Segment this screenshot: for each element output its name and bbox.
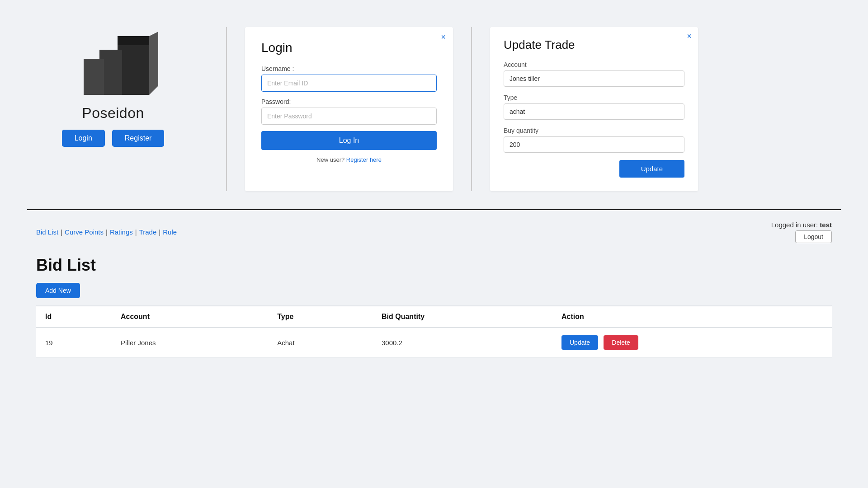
col-id: Id [36, 306, 112, 328]
nav-bar: Bid List | Curve Points | Ratings | Trad… [36, 221, 832, 243]
logo-icon [59, 27, 167, 99]
logo-area: Poseidon Login Register [36, 27, 208, 191]
col-account: Account [112, 306, 268, 328]
svg-rect-2 [84, 59, 104, 95]
vertical-divider-2 [471, 27, 472, 191]
logged-in-prefix: Logged in user: [771, 221, 820, 229]
table-header-row: Id Account Type Bid Quantity Action [36, 306, 832, 328]
logged-in-user: test [820, 221, 832, 229]
update-trade-close-button[interactable]: × [687, 32, 692, 41]
nav-trade[interactable]: Trade [139, 228, 157, 236]
logged-in-info: Logged in user: test [771, 221, 832, 229]
logo-register-button[interactable]: Register [112, 130, 165, 147]
account-input[interactable] [504, 70, 684, 87]
buy-quantity-input[interactable] [504, 136, 684, 153]
login-form: × Login Username : Password: Log In New … [245, 27, 453, 191]
row-delete-button[interactable]: Delete [604, 335, 638, 350]
app-name: Poseidon [82, 105, 144, 122]
nav-links: Bid List | Curve Points | Ratings | Trad… [36, 228, 177, 236]
new-user-label: New user? [316, 156, 344, 163]
type-input[interactable] [504, 103, 684, 120]
cell-type: Achat [268, 328, 373, 357]
password-input[interactable] [261, 108, 437, 125]
bottom-section: Bid List | Curve Points | Ratings | Trad… [0, 210, 868, 375]
logout-button[interactable]: Logout [795, 230, 832, 243]
new-user-text: New user? Register here [261, 156, 437, 163]
update-trade-form: × Update Trade Account Type Buy quantity… [490, 27, 698, 191]
bid-list-title: Bid List [36, 256, 832, 275]
update-trade-title: Update Trade [504, 38, 684, 52]
logo-login-button[interactable]: Login [62, 130, 105, 147]
nav-rule[interactable]: Rule [163, 228, 177, 236]
col-bid-quantity: Bid Quantity [373, 306, 552, 328]
nav-sep-2: | [106, 228, 108, 236]
col-action: Action [552, 306, 832, 328]
login-button[interactable]: Log In [261, 131, 437, 150]
nav-sep-3: | [135, 228, 137, 236]
login-title: Login [261, 41, 437, 55]
buy-quantity-label: Buy quantity [504, 127, 684, 134]
login-close-button[interactable]: × [441, 33, 446, 42]
register-link[interactable]: Register here [346, 156, 382, 163]
svg-marker-4 [149, 32, 158, 95]
table-row: 19 Piller Jones Achat 3000.2 Update Dele… [36, 328, 832, 357]
bid-table: Id Account Type Bid Quantity Action 19 P… [36, 305, 832, 357]
vertical-divider-1 [226, 27, 227, 191]
username-input[interactable] [261, 75, 437, 92]
update-trade-button[interactable]: Update [619, 160, 684, 178]
type-label: Type [504, 94, 684, 101]
nav-curve-points[interactable]: Curve Points [65, 228, 104, 236]
cell-action: Update Delete [552, 328, 832, 357]
nav-sep-1: | [61, 228, 62, 236]
username-label: Username : [261, 65, 437, 72]
nav-right: Logged in user: test Logout [771, 221, 832, 243]
cell-bid-quantity: 3000.2 [373, 328, 552, 357]
nav-sep-4: | [159, 228, 160, 236]
nav-ratings[interactable]: Ratings [110, 228, 133, 236]
nav-bid-list[interactable]: Bid List [36, 228, 58, 236]
cell-id: 19 [36, 328, 112, 357]
row-update-button[interactable]: Update [561, 335, 598, 350]
cell-account: Piller Jones [112, 328, 268, 357]
account-label: Account [504, 61, 684, 68]
password-label: Password: [261, 98, 437, 105]
add-new-button[interactable]: Add New [36, 283, 80, 298]
svg-marker-3 [118, 36, 149, 45]
col-type: Type [268, 306, 373, 328]
